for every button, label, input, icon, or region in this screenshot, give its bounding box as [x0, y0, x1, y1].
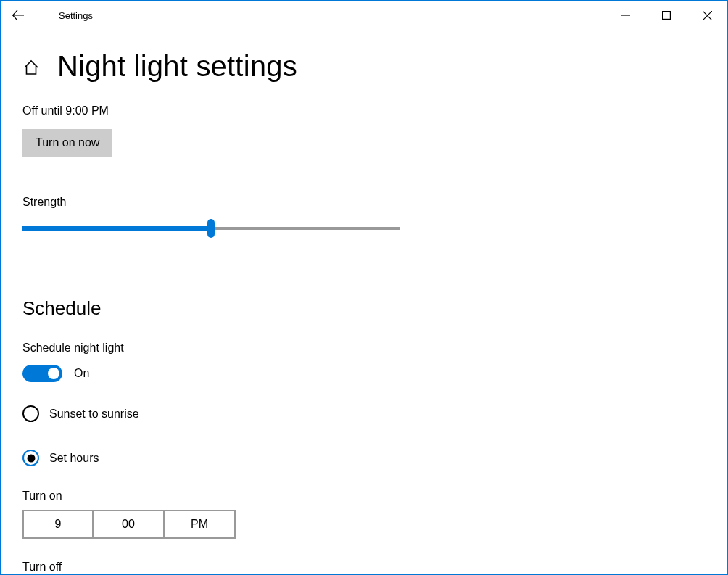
maximize-button[interactable]: [646, 1, 687, 30]
close-icon: [703, 11, 712, 20]
turn-on-minute[interactable]: 00: [94, 510, 165, 539]
home-icon[interactable]: [22, 59, 40, 79]
slider-fill: [22, 226, 211, 231]
radio-set-hours[interactable]: [22, 450, 39, 466]
schedule-toggle-state: On: [74, 367, 89, 380]
back-arrow-icon: [12, 9, 24, 21]
slider-thumb[interactable]: [207, 219, 215, 238]
schedule-toggle[interactable]: [22, 365, 62, 382]
page-title: Night light settings: [57, 50, 297, 83]
turn-off-label: Turn off: [22, 560, 706, 574]
window-controls: [605, 1, 727, 30]
home-icon-svg: [22, 59, 40, 76]
content: Night light settings Off until 9:00 PM T…: [1, 30, 727, 575]
radio-set-hours-label: Set hours: [49, 452, 99, 465]
strength-label: Strength: [22, 196, 706, 209]
schedule-heading: Schedule: [22, 297, 706, 320]
radio-set-hours-row: Set hours: [22, 450, 706, 466]
turn-on-now-button[interactable]: Turn on now: [22, 129, 112, 157]
turn-on-ampm[interactable]: PM: [165, 510, 236, 539]
radio-sunset-label: Sunset to sunrise: [49, 408, 139, 421]
minimize-icon: [621, 11, 630, 20]
radio-sunset-row: Sunset to sunrise: [22, 405, 706, 422]
radio-sunset[interactable]: [22, 405, 39, 422]
schedule-toggle-row: On: [22, 365, 706, 382]
strength-slider[interactable]: [22, 219, 400, 238]
toggle-knob: [48, 368, 59, 379]
close-button[interactable]: [687, 1, 727, 30]
svg-rect-0: [663, 12, 671, 20]
titlebar: Settings: [1, 1, 727, 30]
minimize-button[interactable]: [605, 1, 646, 30]
schedule-night-light-label: Schedule night light: [22, 342, 706, 355]
maximize-icon: [662, 11, 671, 20]
turn-on-hour[interactable]: 9: [22, 510, 94, 539]
header-row: Night light settings: [22, 50, 706, 83]
back-button[interactable]: [1, 1, 36, 30]
turn-on-time-picker: 9 00 PM: [22, 510, 706, 539]
status-text: Off until 9:00 PM: [22, 104, 706, 117]
window-title: Settings: [59, 10, 93, 21]
turn-on-label: Turn on: [22, 489, 706, 502]
